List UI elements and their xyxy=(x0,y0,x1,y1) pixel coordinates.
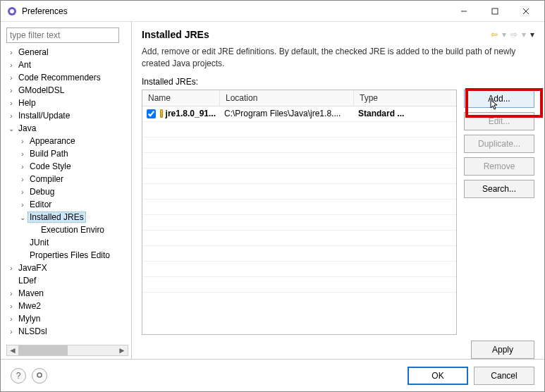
tree-item-label: LDef xyxy=(16,276,38,286)
table-row[interactable]: jre1.8.0_91...C:\Program Files\Java\jre1… xyxy=(142,106,456,122)
table-label: Installed JREs: xyxy=(142,77,534,87)
tree-item[interactable]: ›NLSDsl xyxy=(6,325,127,338)
view-menu-icon[interactable]: ▾ xyxy=(530,30,534,39)
tree-item[interactable]: ›Build Path xyxy=(18,147,127,160)
table-row-empty xyxy=(142,184,456,200)
forward-icon: ⇨ xyxy=(510,30,518,39)
tree-item[interactable]: Execution Enviro xyxy=(29,223,127,236)
tree-item[interactable]: ›Appearance xyxy=(18,135,127,147)
tree-item[interactable]: JUnit xyxy=(18,236,127,249)
tree-item[interactable]: ›GModelDSL xyxy=(6,84,127,97)
close-button[interactable] xyxy=(510,1,541,21)
chevron-right-icon[interactable]: › xyxy=(6,302,16,310)
tree-item[interactable]: ›Ant xyxy=(6,59,127,71)
chevron-right-icon[interactable]: › xyxy=(18,163,27,171)
cancel-button[interactable]: Cancel xyxy=(474,367,534,385)
column-header-location[interactable]: Location xyxy=(220,90,354,106)
preference-tree[interactable]: ›General›Ant›Code Recommenders›GModelDSL… xyxy=(6,46,128,345)
title-bar: Preferences xyxy=(1,1,544,22)
circle-icon xyxy=(36,371,43,381)
tree-item[interactable]: ›Code Style xyxy=(18,160,127,173)
column-header-name[interactable]: Name xyxy=(142,90,220,106)
horizontal-scrollbar[interactable]: ◄ ► xyxy=(6,345,128,356)
add-button[interactable]: Add... xyxy=(464,90,534,108)
minimize-button[interactable] xyxy=(448,1,479,21)
jre-icon xyxy=(160,109,163,118)
tree-item[interactable]: ›Code Recommenders xyxy=(6,71,127,84)
tree-item[interactable]: ⌄Java xyxy=(6,122,127,135)
app-icon xyxy=(6,6,18,17)
tree-item[interactable]: ›Compiler xyxy=(18,173,127,185)
tree-item[interactable]: ›Maven xyxy=(6,287,127,300)
tree-item[interactable]: ›JavaFX xyxy=(6,262,127,274)
chevron-right-icon[interactable]: › xyxy=(6,99,16,107)
help-button[interactable]: ? xyxy=(11,368,26,384)
scroll-thumb[interactable] xyxy=(18,345,68,355)
chevron-right-icon[interactable]: › xyxy=(6,290,16,298)
chevron-right-icon[interactable]: › xyxy=(6,61,16,69)
table-row-empty xyxy=(142,169,456,184)
tree-item-label: Java xyxy=(16,123,38,133)
main-panel: Installed JREs ⇦ ▾ ⇨ ▾ ▾ Add, remove or … xyxy=(132,22,544,359)
maximize-button[interactable] xyxy=(479,1,510,21)
chevron-down-icon[interactable]: ⌄ xyxy=(18,214,27,221)
chevron-right-icon[interactable]: › xyxy=(6,264,16,272)
chevron-down-icon[interactable]: ⌄ xyxy=(6,125,16,133)
tree-item[interactable]: ›Editor xyxy=(18,198,127,211)
chevron-right-icon[interactable]: › xyxy=(18,137,27,145)
tree-item-label: Mwe2 xyxy=(16,301,43,311)
tree-item[interactable]: ›Debug xyxy=(18,185,127,198)
tree-item-label: Code Recommenders xyxy=(16,73,103,82)
chevron-right-icon[interactable]: › xyxy=(18,188,27,196)
tree-item-label: Compiler xyxy=(27,174,66,184)
jre-checkbox[interactable] xyxy=(147,109,156,118)
sidebar: ›General›Ant›Code Recommenders›GModelDSL… xyxy=(1,22,132,359)
import-export-button[interactable] xyxy=(32,368,47,384)
ok-button[interactable]: OK xyxy=(408,367,468,385)
tree-item-label: Editor xyxy=(27,200,54,209)
page-description: Add, remove or edit JRE definitions. By … xyxy=(142,46,534,70)
search-button[interactable]: Search... xyxy=(464,180,534,198)
scroll-left-icon[interactable]: ◄ xyxy=(7,345,18,355)
jre-location: C:\Program Files\Java\jre1.8.... xyxy=(220,109,354,118)
back-menu-icon[interactable]: ▾ xyxy=(502,30,506,39)
tree-item[interactable]: ⌄Installed JREs xyxy=(18,211,127,223)
forward-menu-icon[interactable]: ▾ xyxy=(522,30,526,39)
chevron-right-icon[interactable]: › xyxy=(6,49,16,56)
table-row-empty xyxy=(142,122,456,137)
scroll-right-icon[interactable]: ► xyxy=(116,345,128,355)
tree-item[interactable]: Properties Files Edito xyxy=(18,249,127,262)
button-bar: ? OK Cancel xyxy=(1,359,544,391)
chevron-right-icon[interactable]: › xyxy=(18,150,27,158)
tree-item[interactable]: ›Mwe2 xyxy=(6,300,127,312)
tree-item-label: Ant xyxy=(16,60,33,70)
table-row-empty xyxy=(142,200,456,215)
tree-item[interactable]: ›Install/Update xyxy=(6,109,127,122)
chevron-right-icon[interactable]: › xyxy=(6,328,16,336)
chevron-right-icon[interactable]: › xyxy=(18,176,27,183)
tree-item-label: Appearance xyxy=(27,136,78,146)
chevron-right-icon[interactable]: › xyxy=(6,112,16,120)
jre-table[interactable]: Name Location Type jre1.8.0_91...C:\Prog… xyxy=(142,90,457,335)
tree-item-label: Help xyxy=(16,98,38,108)
apply-button[interactable]: Apply xyxy=(471,341,534,359)
tree-item-label: NLSDsl xyxy=(16,326,49,336)
tree-item-label: JavaFX xyxy=(16,263,49,273)
table-row-empty xyxy=(142,231,456,246)
page-heading: Installed JREs xyxy=(142,29,491,40)
help-icon: ? xyxy=(16,371,21,381)
tree-item-label: Build Path xyxy=(27,149,71,159)
tree-item[interactable]: ›General xyxy=(6,46,127,59)
tree-item[interactable]: ›Help xyxy=(6,97,127,109)
tree-item-label: Debug xyxy=(27,187,56,197)
tree-item[interactable]: LDef xyxy=(6,274,127,287)
chevron-right-icon[interactable]: › xyxy=(6,74,16,82)
tree-item[interactable]: ›Mylyn xyxy=(6,312,127,325)
column-header-type[interactable]: Type xyxy=(354,90,456,106)
back-icon[interactable]: ⇦ xyxy=(491,30,498,39)
chevron-right-icon[interactable]: › xyxy=(18,201,27,209)
filter-input[interactable] xyxy=(6,27,119,43)
chevron-right-icon[interactable]: › xyxy=(6,315,16,323)
chevron-right-icon[interactable]: › xyxy=(6,87,16,94)
tree-item-label: Code Style xyxy=(27,161,73,171)
